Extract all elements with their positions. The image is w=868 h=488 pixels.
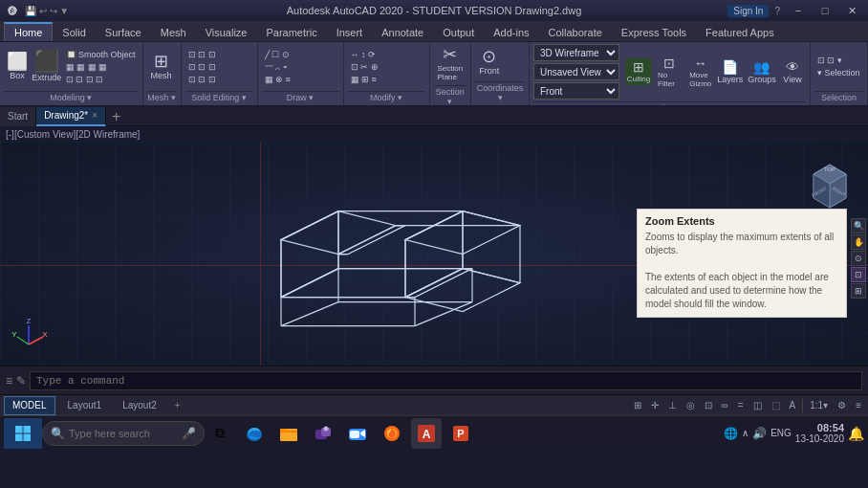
tab-express-tools[interactable]: Express Tools bbox=[612, 22, 696, 41]
edge-browser-button[interactable] bbox=[239, 418, 270, 449]
box-button[interactable]: ⬜ Box bbox=[4, 51, 31, 82]
cmd-icon-left[interactable]: ≡ bbox=[6, 374, 12, 388]
tab-surface[interactable]: Surface bbox=[96, 22, 151, 41]
annotate-toggle[interactable]: A bbox=[787, 397, 799, 414]
file-explorer-button[interactable] bbox=[273, 418, 304, 449]
notification-icon[interactable]: 🔔 bbox=[848, 426, 864, 441]
direction-select[interactable]: Front Back Left bbox=[533, 82, 619, 100]
taskbar-search[interactable]: 🔍 🎤 bbox=[42, 421, 205, 446]
ribbon-group-section: ✂ SectionPlane Section ▾ bbox=[430, 42, 472, 105]
box-icon: ⬜ bbox=[7, 53, 28, 70]
svg-marker-13 bbox=[405, 269, 520, 312]
sel-small-group: ⊡ ⊡ ▾ ▾ Selection bbox=[814, 55, 863, 78]
teams-button[interactable] bbox=[308, 418, 338, 449]
tab-drawing2[interactable]: Drawing2* × bbox=[36, 107, 106, 126]
pan-btn[interactable]: ✋ bbox=[851, 234, 866, 250]
zoom-extents-btn[interactable]: ⊡ bbox=[851, 267, 866, 282]
start-button[interactable] bbox=[4, 418, 42, 449]
nav-extra1[interactable]: ⊞ bbox=[851, 283, 866, 299]
tool-btn-2[interactable]: ▦ ▦ ▦ ▦ bbox=[63, 61, 139, 73]
layout-tab-layout2[interactable]: Layout2 bbox=[114, 396, 165, 415]
solid-edit-btn2[interactable]: ⊡ ⊡ ⊡ bbox=[185, 61, 219, 73]
transparency-toggle[interactable]: ◫ bbox=[750, 397, 765, 414]
settings-button[interactable]: ⚙ bbox=[835, 397, 849, 414]
zoom-in-btn[interactable]: 🔍 bbox=[851, 218, 866, 233]
edge-icon bbox=[245, 424, 264, 443]
new-tab-button[interactable]: + bbox=[106, 108, 126, 125]
modify-btn2[interactable]: ⊡ ✂ ⊕ bbox=[348, 61, 381, 73]
tab-parametric[interactable]: Parametric bbox=[256, 22, 326, 41]
ribbon-group-view: 3D Wireframe 2D Wireframe Realistic Unsa… bbox=[530, 42, 811, 105]
new-layout-button[interactable]: + bbox=[169, 400, 186, 410]
modify-btn3[interactable]: ▦ ⊞ ≡ bbox=[348, 74, 381, 85]
tab-close-drawing2[interactable]: × bbox=[92, 110, 98, 121]
tab-solid[interactable]: Solid bbox=[53, 22, 95, 41]
lineweight-toggle[interactable]: = bbox=[735, 397, 747, 414]
taskbar-search-input[interactable] bbox=[69, 428, 174, 439]
zoom-button[interactable] bbox=[342, 418, 373, 449]
draw-small-group: ╱ ☐ ⊙ 〰 ⌒ ▾ ▦ ⊗ ≡ bbox=[262, 49, 293, 85]
speaker-icon[interactable]: 🔊 bbox=[752, 427, 767, 440]
powerpoint-button[interactable]: P bbox=[445, 418, 476, 449]
view-button[interactable]: 👁 View bbox=[779, 58, 806, 86]
mesh-button[interactable]: ⊞ Mesh bbox=[147, 51, 176, 82]
section-plane-button[interactable]: ✂ SectionPlane bbox=[434, 44, 467, 83]
minimize-button[interactable]: − bbox=[786, 2, 811, 19]
tab-addins[interactable]: Add-ins bbox=[484, 22, 538, 41]
otrack-toggle[interactable]: ∞ bbox=[719, 397, 731, 414]
tab-visualize[interactable]: Visualize bbox=[196, 22, 257, 41]
layers-button[interactable]: 📄 Layers bbox=[716, 58, 745, 86]
extrude-button[interactable]: ⬛ Extrude bbox=[33, 49, 61, 84]
ortho-toggle[interactable]: ⊥ bbox=[665, 397, 680, 414]
tab-home[interactable]: Home bbox=[4, 22, 53, 41]
layout-tab-model[interactable]: MODEL bbox=[4, 396, 55, 415]
groups-icon: 👥 bbox=[753, 60, 770, 74]
tab-start[interactable]: Start bbox=[0, 107, 36, 126]
grid-toggle[interactable]: ⊞ bbox=[631, 397, 644, 414]
tab-insert[interactable]: Insert bbox=[327, 22, 373, 41]
front-button[interactable]: ⊙ Front bbox=[475, 46, 503, 78]
orbit-btn[interactable]: ⊙ bbox=[851, 251, 866, 266]
draw-btn2[interactable]: 〰 ⌒ ▾ bbox=[262, 61, 293, 73]
draw-btn1[interactable]: ╱ ☐ ⊙ bbox=[262, 49, 293, 60]
command-input[interactable] bbox=[30, 371, 862, 390]
coordinates-content: ⊙ Front bbox=[475, 44, 525, 79]
sel-btn1[interactable]: ⊡ ⊡ ▾ bbox=[814, 55, 863, 66]
selection-toggle[interactable]: ⬚ bbox=[769, 397, 783, 414]
task-view-button[interactable]: ⧉ bbox=[205, 418, 235, 449]
layout-tab-layout1[interactable]: Layout1 bbox=[59, 396, 111, 415]
autocad-taskbar-button[interactable]: A bbox=[411, 418, 442, 449]
tab-collaborate[interactable]: Collaborate bbox=[539, 22, 612, 41]
osnap-toggle[interactable]: ⊡ bbox=[702, 397, 715, 414]
snap-toggle[interactable]: ✛ bbox=[648, 397, 662, 414]
help-button[interactable]: ? bbox=[770, 6, 784, 16]
modify-btn1[interactable]: ↔ ↕ ⟳ bbox=[348, 49, 381, 60]
solid-edit-btn3[interactable]: ⊡ ⊡ ⊡ bbox=[185, 74, 219, 85]
tab-annotate[interactable]: Annotate bbox=[372, 22, 433, 41]
expand-arrow[interactable]: ∧ bbox=[742, 428, 749, 438]
culling-button[interactable]: ⊞ Culling bbox=[625, 58, 652, 85]
view-select[interactable]: Unsaved View Top Front bbox=[533, 63, 619, 80]
no-filter-button[interactable]: ⊡ No Filter bbox=[654, 55, 685, 90]
groups-button[interactable]: 👥 Groups bbox=[747, 58, 777, 86]
smooth-object-button[interactable]: 🔲 Smooth Object bbox=[63, 49, 139, 60]
solid-edit-btn1[interactable]: ⊡ ⊡ ⊡ bbox=[185, 49, 219, 60]
maximize-button[interactable]: □ bbox=[813, 2, 837, 19]
canvas-area[interactable]: TOP RIGHT FRONT N Unnamed 🔍 ✋ ⊙ ⊡ ⊞ Zoom… bbox=[0, 142, 868, 366]
close-button[interactable]: ✕ bbox=[839, 2, 864, 19]
polar-toggle[interactable]: ◎ bbox=[684, 397, 698, 414]
draw-btn3[interactable]: ▦ ⊗ ≡ bbox=[262, 74, 293, 85]
move-gizmo-button[interactable]: ↔ MoveGizmo bbox=[687, 55, 714, 90]
sign-in-button[interactable]: Sign In bbox=[727, 5, 769, 17]
more-button[interactable]: ≡ bbox=[853, 397, 864, 414]
scale-indicator[interactable]: 1:1▾ bbox=[807, 397, 831, 414]
tab-featured-apps[interactable]: Featured Apps bbox=[696, 22, 784, 41]
sel-btn2[interactable]: ▾ Selection bbox=[814, 67, 863, 78]
firefox-button[interactable] bbox=[377, 418, 407, 449]
view-cube[interactable]: TOP RIGHT FRONT N Unnamed bbox=[804, 155, 857, 208]
tab-mesh[interactable]: Mesh bbox=[151, 22, 196, 41]
tool-btn-3[interactable]: ⊡ ⊡ ⊡ ⊡ bbox=[63, 74, 139, 85]
cmd-icon-pencil[interactable]: ✎ bbox=[16, 374, 26, 388]
wireframe-select[interactable]: 3D Wireframe 2D Wireframe Realistic bbox=[533, 44, 619, 61]
tab-output[interactable]: Output bbox=[433, 22, 484, 41]
